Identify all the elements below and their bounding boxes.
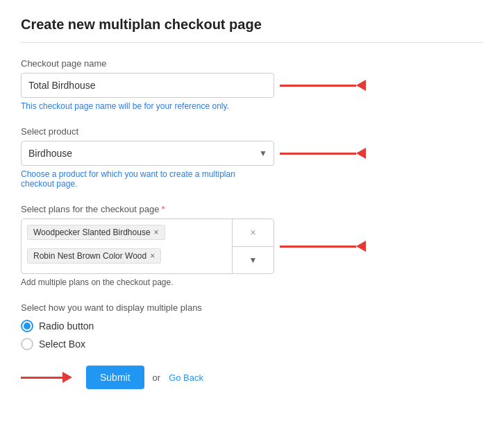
- plan-tag-robin-label: Robin Nest Brown Color Wood: [33, 251, 146, 261]
- radio-inner-radio: [24, 323, 31, 329]
- plans-multiselect[interactable]: Woodpecker Slanted Birdhouse × Robin Nes…: [21, 218, 274, 274]
- checkout-name-group: Checkout page name This checkout page na…: [21, 58, 483, 111]
- display-label: Select how you want to display multiple …: [21, 302, 483, 313]
- plan-tag-robin: Robin Nest Brown Color Wood ×: [27, 248, 161, 264]
- multiselect-clear-button[interactable]: ×: [233, 219, 274, 247]
- multiselect-controls: × ▼: [232, 219, 274, 273]
- select-plans-row: Woodpecker Slanted Birdhouse × Robin Nes…: [21, 218, 483, 274]
- display-section: Select how you want to display multiple …: [21, 302, 483, 350]
- checkout-name-input[interactable]: [21, 73, 274, 98]
- plan-tag-woodpecker: Woodpecker Slanted Birdhouse ×: [27, 225, 165, 240]
- required-star: *: [161, 204, 165, 214]
- divider: [21, 42, 483, 43]
- radio-option-radio[interactable]: Radio button: [21, 320, 483, 332]
- arrow-product: [280, 148, 366, 159]
- plan-tag-woodpecker-label: Woodpecker Slanted Birdhouse: [33, 228, 151, 237]
- radio-circle-radio: [21, 320, 33, 332]
- arrow-checkout: [280, 80, 366, 91]
- plan-tag-woodpecker-remove[interactable]: ×: [154, 228, 159, 237]
- or-text: or: [153, 372, 161, 383]
- multiselect-dropdown-button[interactable]: ▼: [233, 247, 274, 274]
- submit-button[interactable]: Submit: [86, 366, 144, 389]
- page-title: Create new multiplan checkout page: [21, 17, 483, 33]
- radio-circle-select: [21, 338, 33, 350]
- select-plans-group: Select plans for the checkout page* Wood…: [21, 204, 483, 287]
- plans-helper: Add multiple plans on the checkout page.: [21, 277, 483, 287]
- checkout-name-label: Checkout page name: [21, 58, 483, 69]
- select-product-helper: Choose a product for which you want to c…: [21, 169, 483, 189]
- checkout-name-row: [21, 73, 483, 98]
- select-product-input[interactable]: Birdhouse Other Product: [21, 141, 274, 166]
- radio-label-radio: Radio button: [39, 320, 94, 332]
- select-product-label: Select product: [21, 126, 483, 137]
- plan-tag-robin-remove[interactable]: ×: [150, 252, 155, 260]
- arrow-plans: [280, 241, 366, 252]
- radio-option-select[interactable]: Select Box: [21, 338, 483, 350]
- actions-row: Submit or Go Back: [21, 366, 483, 389]
- arrow-submit: [21, 372, 72, 383]
- go-back-link[interactable]: Go Back: [169, 372, 203, 383]
- select-product-group: Select product Birdhouse Other Product ▼…: [21, 126, 483, 189]
- select-product-wrapper: Birdhouse Other Product ▼: [21, 141, 274, 166]
- checkout-name-helper: This checkout page name will be for your…: [21, 101, 483, 111]
- select-product-row: Birdhouse Other Product ▼: [21, 141, 483, 166]
- select-plans-label: Select plans for the checkout page*: [21, 204, 483, 214]
- radio-label-select: Select Box: [39, 339, 85, 350]
